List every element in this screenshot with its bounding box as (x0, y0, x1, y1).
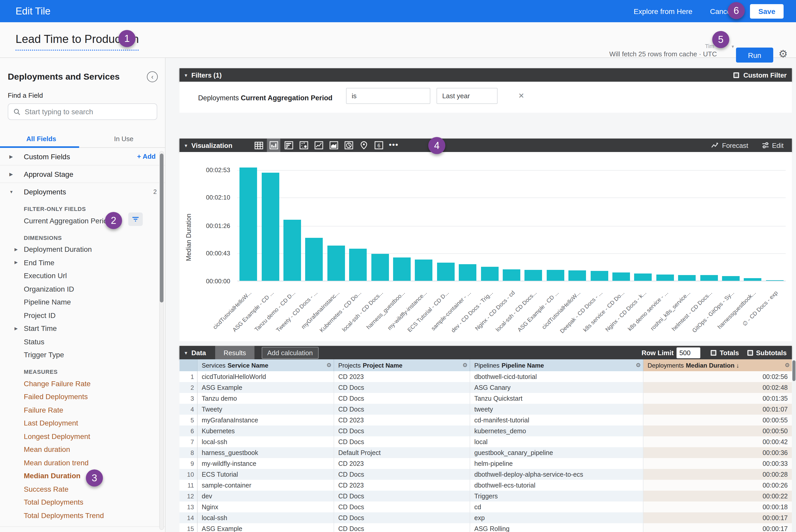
filter-value-input[interactable] (437, 88, 498, 104)
subtotals-checkbox[interactable] (747, 350, 753, 356)
filter-operator-select[interactable] (346, 88, 430, 104)
table-scrollbar[interactable] (792, 359, 796, 532)
field-search-box[interactable] (8, 103, 157, 120)
bar-chart-icon[interactable] (282, 139, 296, 151)
forecast-button[interactable]: Forecast (711, 141, 748, 149)
table-row[interactable]: 13NginxCD Docscd00:00:18 (180, 501, 792, 512)
settings-gear-icon[interactable]: ⚙ (778, 49, 788, 59)
table-row[interactable]: 6KubernetesCD Docskubernetes_demo00:00:5… (180, 425, 792, 436)
bar-9[interactable] (415, 260, 433, 281)
group-custom-fields[interactable]: ▶ Custom Fields + Add (0, 148, 165, 166)
caret-right-icon[interactable]: ▶ (15, 326, 18, 331)
sidebar-scrollbar-thumb[interactable] (160, 154, 163, 302)
filter-icon[interactable] (128, 212, 143, 226)
table-row[interactable]: 1cicdTutorialHelloWorldCD 2023dbothwell-… (180, 371, 792, 382)
table-scrollbar-thumb[interactable] (792, 360, 795, 381)
table-row[interactable]: 11sample-containerCD 2023dbothwell-ecs-t… (180, 480, 792, 491)
line-chart-icon[interactable] (312, 139, 326, 151)
map-chart-icon[interactable] (357, 139, 371, 151)
bar-20[interactable] (656, 274, 674, 281)
bar-25[interactable] (766, 280, 783, 281)
bar-24[interactable] (744, 278, 762, 281)
dimension-execution-url[interactable]: Execution Url (0, 269, 165, 282)
measure-failed-deployments[interactable]: Failed Deployments (0, 390, 165, 403)
bar-13[interactable] (503, 269, 520, 281)
table-row[interactable]: 14local-sshCD Docsexp00:00:17 (180, 512, 792, 523)
table-row[interactable]: 4TweetyCD Docstweety00:01:07 (180, 404, 792, 415)
measure-mean-duration[interactable]: Mean duration (0, 443, 165, 456)
measure-mean-duration-trend[interactable]: Mean duration trend (0, 456, 165, 469)
tab-in-use[interactable]: In Use (82, 132, 165, 147)
table-row[interactable]: 3Tanzu demoCD DocsTanzu Quickstart00:01:… (180, 393, 792, 404)
bar-12[interactable] (481, 267, 498, 281)
bar-15[interactable] (547, 270, 564, 281)
bar-19[interactable] (634, 274, 652, 281)
table-row[interactable]: 7local-sshCD Docslocal00:00:42 (180, 436, 792, 447)
measure-failure-rate[interactable]: Failure Rate (0, 403, 165, 416)
measure-change-failure-rate[interactable]: Change Failure Rate (0, 377, 165, 390)
measure-longest-deployment[interactable]: Longest Deployment (0, 430, 165, 443)
bar-1[interactable] (239, 168, 257, 281)
bar-21[interactable] (678, 275, 696, 281)
bar-17[interactable] (590, 271, 608, 281)
totals-checkbox[interactable] (711, 350, 717, 356)
edit-viz-button[interactable]: Edit (762, 141, 783, 149)
table-row[interactable]: 10ECS TutorialCD Docsdbothwell-deploy-al… (180, 469, 792, 480)
caret-right-icon[interactable]: ▶ (15, 247, 18, 252)
dimension-trigger-type[interactable]: Trigger Type (0, 348, 165, 361)
tab-all-fields[interactable]: All Fields (0, 132, 82, 147)
column-gear-icon[interactable]: ⚙ (462, 362, 467, 368)
add-custom-field-button[interactable]: + Add (137, 153, 156, 160)
column-chart-icon[interactable] (267, 138, 281, 152)
measure-total-deployments-trend[interactable]: Total Deployments Trend (0, 509, 165, 522)
explore-from-here-link[interactable]: Explore from Here (634, 7, 692, 15)
table-row[interactable]: 12devCD DocsTriggers00:00:22 (180, 491, 792, 501)
close-x-icon[interactable]: ✕ (518, 92, 524, 100)
single-value-icon[interactable]: 6 (372, 139, 386, 151)
table-row[interactable]: 8harness_guestbookDefault Projectguestbo… (180, 447, 792, 458)
column-header-service-name[interactable]: ServicesService Name⚙ (198, 359, 334, 371)
save-button[interactable]: Save (750, 4, 783, 18)
caret-right-icon[interactable]: ▶ (15, 260, 18, 265)
bar-4[interactable] (306, 238, 323, 281)
sidebar-scrollbar[interactable] (159, 151, 164, 530)
tab-results[interactable]: Results (215, 346, 254, 359)
bar-22[interactable] (700, 275, 718, 281)
dimension-end-time[interactable]: ▶End Time (0, 256, 165, 269)
visualization-bar[interactable]: ▾ Visualization 6••• Forecast Edit (180, 138, 792, 152)
group-approval-stage[interactable]: ▶ Approval Stage (0, 166, 165, 183)
bar-5[interactable] (328, 245, 345, 281)
dimension-start-time[interactable]: ▶Start Time (0, 322, 165, 335)
dimension-deployment-duration[interactable]: ▶Deployment Duration (0, 243, 165, 256)
bar-2[interactable] (261, 173, 279, 281)
bar-16[interactable] (569, 270, 586, 281)
column-gear-icon[interactable]: ⚙ (326, 362, 332, 368)
group-deployments[interactable]: ▼ Deployments 2 (0, 183, 165, 201)
table-row[interactable]: 5myGrafanaInstanceCD 2023cd-manifest-tut… (180, 415, 792, 425)
timezone-label[interactable]: Tim (705, 43, 714, 49)
field-current-aggregation-period[interactable]: Current Aggregation Period (0, 214, 165, 227)
table-row[interactable]: 2ASG ExampleCD DocsASG Canary00:02:48 (180, 382, 792, 393)
search-input[interactable] (25, 108, 151, 116)
bar-23[interactable] (722, 276, 740, 281)
column-gear-icon[interactable]: ⚙ (784, 362, 790, 368)
column-gear-icon[interactable]: ⚙ (636, 362, 641, 368)
column-header-median-duration[interactable]: DeploymentsMedian Duration ↓⚙ (644, 359, 792, 371)
measure-total-deployments[interactable]: Total Deployments (0, 496, 165, 509)
measure-success-rate[interactable]: Success Rate (0, 482, 165, 496)
dimension-status[interactable]: Status (0, 335, 165, 348)
pie-chart-icon[interactable] (342, 139, 356, 151)
more-viz-icon[interactable]: ••• (387, 139, 401, 151)
filters-bar[interactable]: ▾ Filters (1) Custom Filter (180, 68, 792, 82)
area-chart-icon[interactable] (327, 139, 340, 151)
chevron-left-circle-icon[interactable]: ‹ (147, 71, 158, 82)
measure-last-deployment[interactable]: Last Deployment (0, 416, 165, 430)
bar-8[interactable] (393, 258, 411, 281)
add-calculation-button[interactable]: Add calculation (261, 347, 318, 359)
bar-18[interactable] (612, 272, 630, 281)
scatter-chart-icon[interactable] (297, 139, 311, 151)
run-button[interactable]: Run (736, 48, 773, 62)
table-chart-icon[interactable] (252, 139, 265, 151)
measure-median-duration[interactable]: Median Duration (0, 469, 165, 482)
dimension-project-id[interactable]: Project ID (0, 309, 165, 322)
